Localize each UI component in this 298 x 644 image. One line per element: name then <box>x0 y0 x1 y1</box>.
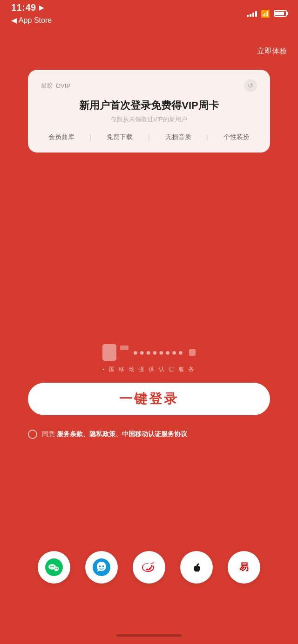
location-arrow-icon: ▶ <box>39 4 44 11</box>
svg-point-4 <box>55 568 56 569</box>
china-mobile-label: ▪ 国 移 动 提 供 认 证 服 务 <box>102 365 195 373</box>
feature-download: 免费下载 <box>107 133 133 141</box>
phone-icon-dot <box>120 345 129 350</box>
svg-point-3 <box>53 566 54 567</box>
agreement-row: 同意 服务条款、隐私政策、中国移动认证服务协议 <box>28 429 270 439</box>
wechat-icon <box>45 558 63 576</box>
apple-icon <box>188 558 205 576</box>
home-indicator <box>116 634 182 637</box>
qq-icon <box>93 558 110 576</box>
time-display: 11:49 <box>11 2 36 13</box>
experience-link[interactable]: 立即体验 <box>257 46 287 56</box>
vip-logo-star: 星胶 <box>41 82 53 90</box>
signal-bar-1 <box>247 15 249 17</box>
wifi-icon: 📶 <box>261 9 270 18</box>
vip-card-header: 星胶 ÖVIP ↺ <box>41 79 257 92</box>
netease-login-button[interactable]: 易 <box>228 551 260 584</box>
phone-section: ●●●●●●●● ▪ 国 移 动 提 供 认 证 服 务 一键登录 同意 服务条… <box>28 344 270 439</box>
phone-number-masked: ●●●●●●●● <box>133 348 185 358</box>
feature-theme: 个性装扮 <box>224 133 250 141</box>
phone-icon-block <box>102 344 116 361</box>
weibo-icon <box>140 558 158 576</box>
third-party-login-section: 易 <box>38 551 260 584</box>
weibo-login-button[interactable] <box>133 551 165 584</box>
experience-label: 立即体验 <box>257 47 287 55</box>
refresh-symbol: ↺ <box>248 82 253 89</box>
svg-point-7 <box>99 565 101 567</box>
svg-point-5 <box>57 568 58 569</box>
feature-library: 会员曲库 <box>48 133 74 141</box>
signal-bar-2 <box>250 14 251 17</box>
vip-logo: 星胶 ÖVIP <box>41 82 70 90</box>
status-right: 📶 <box>247 9 287 18</box>
one-click-login-button[interactable]: 一键登录 <box>28 383 270 415</box>
vip-subtitle: 仅限从未领取过VIP的新用户 <box>41 115 257 124</box>
status-bar: 11:49 ▶ ◀ App Store 📶 <box>0 0 298 23</box>
agreement-text: 同意 服务条款、隐私政策、中国移动认证服务协议 <box>42 429 187 439</box>
phone-number-partial <box>189 349 196 356</box>
svg-point-2 <box>50 566 52 567</box>
vip-card: 星胶 ÖVIP ↺ 新用户首次登录免费得VIP周卡 仅限从未领取过VIP的新用户… <box>28 70 270 153</box>
svg-point-10 <box>146 567 148 569</box>
wechat-login-button[interactable] <box>38 551 70 584</box>
feature-quality: 无损音质 <box>165 133 191 141</box>
netease-icon: 易 <box>235 558 253 576</box>
qq-login-button[interactable] <box>85 551 118 584</box>
apple-login-button[interactable] <box>180 551 213 584</box>
phone-display: ●●●●●●●● <box>102 344 196 361</box>
refresh-icon[interactable]: ↺ <box>244 79 257 92</box>
app-store-back-button[interactable]: ◀ App Store <box>11 16 52 25</box>
battery-icon <box>274 10 287 17</box>
agreement-prefix: 同意 <box>42 430 57 438</box>
status-left: 11:49 ▶ ◀ App Store <box>11 2 52 25</box>
back-label: App Store <box>19 16 52 25</box>
login-button-label: 一键登录 <box>119 390 179 408</box>
agreement-checkbox[interactable] <box>28 430 37 439</box>
signal-icon <box>247 10 257 17</box>
agreement-links[interactable]: 服务条款、隐私政策、中国移动认证服务协议 <box>57 430 187 438</box>
vip-features: 会员曲库 | 免费下载 | 无损音质 | 个性装扮 <box>41 133 257 141</box>
svg-text:易: 易 <box>239 562 249 572</box>
battery-fill <box>275 12 284 15</box>
vip-logo-text: ÖVIP <box>56 82 70 89</box>
back-arrow-icon: ◀ <box>11 16 17 25</box>
svg-point-11 <box>148 568 149 569</box>
signal-bar-3 <box>252 13 254 17</box>
svg-point-8 <box>102 565 104 567</box>
vip-title: 新用户首次登录免费得VIP周卡 <box>41 99 257 113</box>
status-time: 11:49 ▶ <box>11 2 52 13</box>
signal-bar-4 <box>255 11 257 17</box>
